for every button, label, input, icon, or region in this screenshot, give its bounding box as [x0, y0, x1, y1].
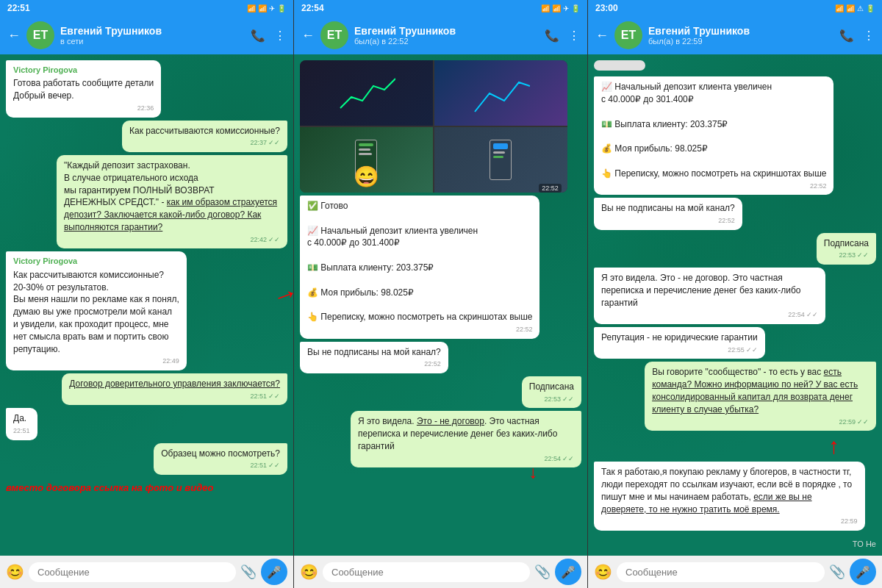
- menu-icon-1[interactable]: ⋮: [274, 29, 286, 43]
- mic-button-3[interactable]: 🎤: [850, 559, 876, 585]
- tick-7: ✓✓: [268, 461, 280, 470]
- contact-name-1: Евгений Трушников: [60, 25, 245, 37]
- message-text-p3-2: Вы не подписаны на мой канал?: [601, 203, 735, 213]
- tick-p3-5: ✓✓: [746, 345, 758, 355]
- emoji-icon-2[interactable]: 😊: [300, 563, 318, 581]
- message-text-2: Как рассчитываются комиссионные?: [129, 126, 280, 136]
- message-time-p3-5: 22:55 ✓✓: [601, 345, 758, 355]
- arrow-container-3: ↑: [594, 434, 876, 459]
- chat-header-3: ← ET Евгений Трушников был(а) в 22:59 📞 …: [588, 16, 882, 54]
- airplane-icon: ✈: [269, 4, 275, 12]
- status-time-2: 22:54: [301, 3, 324, 13]
- contact-info-2: Евгений Трушников был(а) в 22:52: [354, 25, 539, 46]
- message-ready: ✅ Готово 📈 Начальный депозит клиента уве…: [300, 196, 539, 339]
- airplane-icon-2: ✈: [563, 4, 569, 12]
- message-time-p3-3: 22:53 ✓✓: [824, 251, 869, 260]
- tick-5: ✓✓: [268, 392, 280, 401]
- image-ref-3: [594, 60, 645, 71]
- call-icon-1[interactable]: 📞: [251, 29, 265, 43]
- message-input-3[interactable]: [617, 562, 825, 582]
- contact-status-1: в сети: [60, 37, 245, 46]
- message-text-3: "Каждый депозит застрахован.В случае отр…: [64, 160, 277, 232]
- chat-area-2: 😄 22:52 ✅ Готово 📈 Начальн: [294, 54, 587, 556]
- attach-icon-2[interactable]: 📎: [534, 564, 551, 580]
- message-text-subscribed: Подписана: [529, 381, 574, 392]
- message-subscribe-q: Вы не подписаны на мой канал? 22:52: [300, 342, 448, 373]
- back-button-2[interactable]: ←: [301, 28, 315, 43]
- message-text-4: Как рассчитываются комиссионные?20-30% о…: [13, 270, 179, 354]
- red-arrow-3: ↑: [828, 434, 839, 459]
- message-time-4: 22:49: [13, 356, 179, 366]
- message-2: Как рассчитываются комиссионные? 22:37 ✓…: [122, 121, 287, 152]
- bottom-text-area: TO He: [853, 537, 876, 550]
- tick-sub: ✓✓: [562, 395, 574, 404]
- avatar-2: ET: [320, 21, 348, 49]
- status-bar-3: 23:00 📶 📶 ⚠ 🔋: [588, 0, 882, 16]
- emoji-icon-1[interactable]: 😊: [6, 563, 24, 581]
- arrow-area-2: ↑: [300, 470, 581, 485]
- message-time-p3-1: 22:52: [601, 182, 826, 191]
- wifi-icon-2: 📶: [552, 4, 561, 12]
- emoji-face: 😄: [354, 165, 379, 189]
- message-time-5: 22:51 ✓✓: [69, 392, 280, 401]
- message-text-p3-4: Я это видела. Это - не договор. Это част…: [601, 273, 800, 308]
- image-collage: 😄 22:52: [300, 60, 567, 193]
- status-time-3: 23:00: [595, 3, 618, 13]
- message-4: Victory Pirogova Как рассчитываются коми…: [6, 251, 187, 370]
- message-time-3: 22:42 ✓✓: [64, 235, 280, 245]
- avatar-3: ET: [614, 21, 642, 49]
- status-bar-1: 22:51 📶 📶 ✈ 🔋: [0, 0, 293, 16]
- status-icons-3: 📶 📶 ⚠ 🔋: [835, 4, 875, 12]
- back-button-3[interactable]: ←: [595, 28, 609, 43]
- message-text-p3-1: 📈 Начальный депозит клиента увеличен с 4…: [601, 82, 826, 179]
- attach-icon-3[interactable]: 📎: [829, 564, 845, 580]
- tick-p3-4: ✓✓: [806, 310, 818, 320]
- phone-panel-2: 22:54 📶 📶 ✈ 🔋 ← ET Евгений Трушников был…: [294, 0, 588, 588]
- call-icon-3[interactable]: 📞: [839, 29, 854, 43]
- input-bar-1[interactable]: 😊 📎 🎤: [0, 556, 293, 588]
- message-p3-4: Я это видела. Это - не договор. Это част…: [594, 268, 825, 324]
- battery-icon-3: 🔋: [866, 4, 875, 12]
- message-text-nodeal: Я это видела. Это - не договор. Это част…: [358, 416, 557, 451]
- header-icons-1: 📞 ⋮: [251, 29, 286, 43]
- chat-header-1: ← ET Евгений Трушников в сети 📞 ⋮: [0, 16, 293, 54]
- call-icon-2[interactable]: 📞: [545, 29, 559, 43]
- contact-status-2: был(а) в 22:52: [354, 37, 539, 46]
- message-time-sub: 22:53 ✓✓: [529, 395, 574, 404]
- message-text-1: Готова работать сообщите деталиДобрый ве…: [13, 78, 154, 101]
- chat-area-1: Victory Pirogova Готова работать сообщит…: [0, 54, 293, 556]
- signal-icon-2: 📶: [541, 4, 550, 12]
- collage-grid: 😄: [300, 60, 567, 193]
- message-p3-2: Вы не подписаны на мой канал? 22:52: [594, 198, 742, 229]
- tick-p3-3: ✓✓: [857, 251, 869, 260]
- collage-time: 22:52: [539, 184, 562, 193]
- contact-info-1: Евгений Трушников в сети: [60, 25, 245, 46]
- battery-icon-2: 🔋: [571, 4, 580, 12]
- message-7: Образец можно посмотреть? 22:51 ✓✓: [154, 443, 287, 475]
- message-text-7: Образец можно посмотреть?: [161, 448, 280, 459]
- message-nodeal: Я это видела. Это - не договор. Это част…: [351, 411, 581, 467]
- emoji-icon-3[interactable]: 😊: [594, 563, 612, 581]
- tick-nodeal: ✓✓: [562, 454, 574, 464]
- mic-button-1[interactable]: 🎤: [261, 559, 287, 585]
- message-time-ready: 22:52: [307, 325, 532, 334]
- chat-header-2: ← ET Евгений Трушников был(а) в 22:52 📞 …: [294, 16, 587, 54]
- input-bar-2[interactable]: 😊 📎 🎤: [294, 556, 587, 588]
- annotation-1: вместо договора ссылка на фото и видео: [6, 481, 287, 494]
- avatar-1: ET: [26, 21, 54, 49]
- menu-icon-3[interactable]: ⋮: [863, 29, 875, 43]
- contact-name-3: Евгений Трушников: [648, 25, 833, 37]
- sender-name-1: Victory Pirogova: [13, 65, 154, 76]
- mic-button-2[interactable]: 🎤: [555, 559, 581, 585]
- message-input-2[interactable]: [323, 562, 530, 582]
- back-button-1[interactable]: ←: [7, 28, 21, 43]
- chart-svg: [337, 71, 395, 115]
- message-input-1[interactable]: [29, 562, 236, 582]
- message-3: "Каждый депозит застрахован.В случае отр…: [57, 155, 287, 248]
- contact-status-3: был(а) в 22:59: [648, 37, 833, 46]
- input-bar-3[interactable]: 😊 📎 🎤: [588, 556, 882, 588]
- message-time-p3-6: 22:59 ✓✓: [652, 417, 869, 427]
- message-text-subscribe-q: Вы не подписаны на мой канал?: [307, 347, 441, 357]
- attach-icon-1[interactable]: 📎: [240, 564, 257, 580]
- menu-icon-2[interactable]: ⋮: [568, 29, 580, 43]
